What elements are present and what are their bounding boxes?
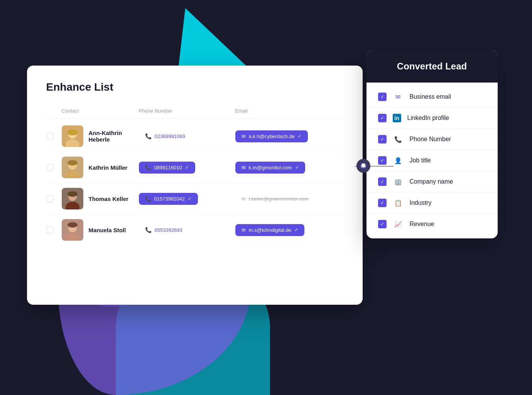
avatar — [62, 157, 83, 178]
lead-item-label: Company name — [410, 178, 453, 185]
email-pill[interactable]: ✉ m.s@lohndigital.de ✓ — [235, 224, 305, 236]
avatar-image — [62, 157, 83, 178]
lead-panel-header: Converted Lead — [366, 50, 498, 83]
row-checkbox[interactable] — [46, 195, 53, 202]
email-icon: ✉ — [242, 196, 246, 202]
svg-point-7 — [68, 160, 78, 165]
email-pill: ✉ t.keller@greenmonitor.com — [235, 193, 315, 205]
email-cell: ✉ m.s@lohndigital.de ✓ — [235, 224, 343, 236]
check-icon: ✓ — [295, 165, 299, 170]
row-checkbox[interactable] — [46, 164, 53, 171]
lead-check-industry: ✓ — [378, 199, 387, 207]
phone-icon: 📞 — [145, 196, 151, 202]
list-item: ✓ ✉ Business email — [366, 86, 498, 108]
checkmark-icon: ✓ — [380, 200, 384, 206]
list-item: ✓ 📞 Phone Number — [366, 129, 498, 150]
svg-rect-18 — [361, 164, 366, 167]
table-row: Thomas Keller 📞 01573981042 ✓ ✉ t.keller… — [46, 183, 343, 214]
lead-item-label: Industry — [410, 199, 432, 206]
checkmark-icon: ✓ — [380, 115, 384, 121]
avatar — [62, 188, 83, 209]
lead-panel-title: Converted Lead — [378, 61, 486, 72]
contact-cell: Manuela Stoll — [62, 219, 139, 241]
phone-pill[interactable]: 📞 02369981069 — [139, 130, 192, 142]
list-item: ✓ 👤 Job title — [366, 150, 498, 171]
email-address: a.k.h@cyberdach.de — [249, 133, 295, 139]
phone-icon: 📞 — [145, 227, 152, 233]
email-cell: ✉ a.k.h@cyberdach.de ✓ — [235, 130, 343, 142]
person-icon: 👤 — [393, 157, 404, 164]
linkedin-icon: in — [393, 114, 401, 122]
email-address: m.s@lohndigital.de — [249, 227, 292, 233]
list-card: Enhance List Contact Phone Number Email — [27, 66, 363, 305]
list-item: ✓ 📋 Industry — [366, 192, 498, 214]
col-header-email: Email — [235, 108, 343, 114]
email-cell: ✉ t.keller@greenmonitor.com — [235, 193, 343, 205]
check-icon: ✓ — [298, 133, 302, 139]
email-icon: ✉ — [242, 165, 246, 170]
check-icon: ✓ — [185, 165, 189, 170]
email-pill[interactable]: ✉ k.m@gmonitor.com ✓ — [235, 162, 305, 174]
phone-number: 01573981042 — [154, 196, 185, 202]
contact-cell: Ann-Kathrin Heberle — [62, 125, 139, 147]
col-header-phone: Phone Number — [139, 108, 235, 114]
table-row: Kathrin Müller 📞 0898116010 ✓ ✉ k.m@gmon… — [46, 152, 343, 183]
checkmark-icon: ✓ — [380, 221, 384, 227]
checkmark-icon: ✓ — [380, 158, 384, 163]
lead-item-label: Revenue — [410, 221, 434, 228]
row-checkbox[interactable] — [46, 226, 53, 233]
lead-panel-items: ✓ ✉ Business email ✓ in LinkedIn profile — [366, 83, 498, 238]
email-cell: ✉ k.m@gmonitor.com ✓ — [235, 162, 343, 174]
phone-cell: 📞 0553392693 — [139, 224, 235, 236]
email-pill[interactable]: ✉ a.k.h@cyberdach.de ✓ — [235, 130, 308, 142]
phone-pill[interactable]: 📞 0553392693 — [139, 224, 189, 236]
avatar — [62, 219, 83, 241]
checkmark-icon: ✓ — [380, 94, 384, 100]
lead-check-phone: ✓ — [378, 135, 387, 143]
svg-point-3 — [68, 129, 78, 135]
email-address: t.keller@greenmonitor.com — [249, 196, 309, 202]
email-address: k.m@gmonitor.com — [249, 165, 292, 170]
phone-number: 0553392693 — [155, 227, 182, 233]
check-icon: ✓ — [294, 227, 298, 233]
email-icon: ✉ — [393, 93, 404, 101]
table-row: Ann-Kathrin Heberle 📞 02369981069 ✉ a.k.… — [46, 121, 343, 152]
col-header-contact: Contact — [62, 108, 139, 114]
connector-icon — [360, 162, 367, 170]
lead-panel: Converted Lead ✓ ✉ Business email ✓ in — [366, 50, 498, 238]
email-icon: ✉ — [242, 227, 246, 233]
phone-pill[interactable]: 📞 01573981042 ✓ — [139, 193, 198, 205]
svg-point-15 — [68, 222, 78, 228]
industry-icon: 📋 — [393, 199, 404, 207]
revenue-icon: 📈 — [393, 221, 404, 228]
svg-point-11 — [68, 191, 78, 197]
table-row: Manuela Stoll 📞 0553392693 ✉ m.s@lohndig… — [46, 214, 343, 245]
contact-name: Thomas Keller — [89, 196, 128, 202]
checkmark-icon: ✓ — [380, 179, 384, 184]
email-icon: ✉ — [242, 133, 246, 139]
contact-cell: Thomas Keller — [62, 188, 139, 209]
phone-cell: 📞 01573981042 ✓ — [139, 193, 235, 205]
phone-cell: 📞 0898116010 ✓ — [139, 162, 235, 174]
avatar-image — [62, 188, 83, 209]
lead-item-label: LinkedIn profile — [407, 115, 449, 122]
contact-cell: Kathrin Müller — [62, 157, 139, 178]
lead-check-revenue: ✓ — [378, 220, 387, 228]
list-title: Enhance List — [46, 81, 343, 93]
phone-number: 02369981069 — [155, 133, 186, 139]
lead-check-linkedin: ✓ — [378, 114, 387, 122]
avatar-image — [62, 125, 83, 147]
avatar-image — [62, 219, 83, 241]
building-icon: 🏢 — [393, 178, 404, 186]
phone-pill[interactable]: 📞 0898116010 ✓ — [139, 162, 195, 174]
lead-check-company: ✓ — [378, 177, 387, 186]
lead-item-label: Phone Number — [410, 136, 451, 143]
avatar — [62, 125, 83, 147]
lead-item-label: Business email — [410, 93, 451, 100]
table-header: Contact Phone Number Email — [46, 105, 343, 119]
phone-icon: 📞 — [145, 133, 152, 139]
contact-name: Kathrin Müller — [89, 164, 128, 171]
contact-name: Ann-Kathrin Heberle — [89, 130, 139, 143]
row-checkbox[interactable] — [46, 133, 53, 140]
lead-item-label: Job title — [410, 157, 431, 164]
